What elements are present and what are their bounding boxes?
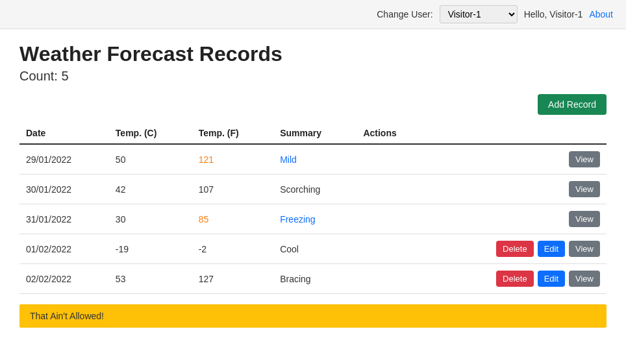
cell-temp-c: -19 <box>109 234 192 264</box>
cell-actions-spacer <box>357 264 427 294</box>
change-user-label: Change User: <box>377 9 432 19</box>
action-row: Add Record <box>19 94 607 115</box>
col-summary: Summary <box>273 123 357 144</box>
cell-date: 31/01/2022 <box>19 204 109 234</box>
cell-summary: Bracing <box>273 264 357 294</box>
cell-temp-f: -2 <box>192 234 273 264</box>
user-select[interactable]: Visitor-1 Admin User-2 <box>440 5 518 23</box>
edit-button[interactable]: Edit <box>538 271 565 287</box>
warning-banner: That Ain't Allowed! <box>19 304 607 328</box>
delete-button[interactable]: Delete <box>496 271 534 287</box>
col-actions: Actions <box>357 123 427 144</box>
top-bar: Change User: Visitor-1 Admin User-2 Hell… <box>0 0 626 29</box>
cell-summary: Freezing <box>273 204 357 234</box>
cell-date: 01/02/2022 <box>19 234 109 264</box>
actions-cell: View <box>434 181 600 197</box>
col-date: Date <box>19 123 109 144</box>
cell-actions-spacer <box>357 204 427 234</box>
view-button[interactable]: View <box>569 211 600 227</box>
about-link[interactable]: About <box>589 9 613 19</box>
cell-summary: Mild <box>273 144 357 175</box>
records-table: Date Temp. (C) Temp. (F) Summary Actions… <box>19 123 607 294</box>
cell-summary: Cool <box>273 234 357 264</box>
cell-temp-f: 121 <box>192 144 273 175</box>
col-temp-f: Temp. (F) <box>192 123 273 144</box>
cell-date: 29/01/2022 <box>19 144 109 175</box>
view-button[interactable]: View <box>569 271 600 287</box>
table-row: 02/02/202253127BracingDeleteEditView <box>19 264 607 294</box>
add-record-button[interactable]: Add Record <box>538 94 607 115</box>
table-header-row: Date Temp. (C) Temp. (F) Summary Actions <box>19 123 607 144</box>
cell-action-buttons: View <box>428 204 607 234</box>
page-title: Weather Forecast Records <box>19 42 607 66</box>
cell-action-buttons: View <box>428 175 607 204</box>
cell-date: 02/02/2022 <box>19 264 109 294</box>
table-row: 31/01/20223085FreezingView <box>19 204 607 234</box>
actions-cell: View <box>434 211 600 227</box>
table-row: 29/01/202250121MildView <box>19 144 607 175</box>
cell-date: 30/01/2022 <box>19 175 109 204</box>
record-count: Count: 5 <box>19 69 607 84</box>
cell-action-buttons: DeleteEditView <box>428 234 607 264</box>
cell-actions-spacer <box>357 144 427 175</box>
edit-button[interactable]: Edit <box>538 241 565 257</box>
view-button[interactable]: View <box>569 241 600 257</box>
view-button[interactable]: View <box>569 151 600 167</box>
cell-temp-c: 30 <box>109 204 192 234</box>
table-row: 01/02/2022-19-2CoolDeleteEditView <box>19 234 607 264</box>
cell-temp-c: 50 <box>109 144 192 175</box>
main-content: Weather Forecast Records Count: 5 Add Re… <box>0 29 626 341</box>
cell-temp-c: 53 <box>109 264 192 294</box>
cell-actions-spacer <box>357 234 427 264</box>
delete-button[interactable]: Delete <box>496 241 534 257</box>
col-actions-extra <box>428 123 607 144</box>
col-temp-c: Temp. (C) <box>109 123 192 144</box>
actions-cell: View <box>434 151 600 167</box>
cell-action-buttons: DeleteEditView <box>428 264 607 294</box>
cell-action-buttons: View <box>428 144 607 175</box>
view-button[interactable]: View <box>569 181 600 197</box>
hello-text: Hello, Visitor-1 <box>524 9 583 19</box>
cell-temp-f: 85 <box>192 204 273 234</box>
cell-temp-f: 107 <box>192 175 273 204</box>
table-row: 30/01/202242107ScorchingView <box>19 175 607 204</box>
cell-temp-f: 127 <box>192 264 273 294</box>
cell-temp-c: 42 <box>109 175 192 204</box>
actions-cell: DeleteEditView <box>434 241 600 257</box>
cell-summary: Scorching <box>273 175 357 204</box>
cell-actions-spacer <box>357 175 427 204</box>
actions-cell: DeleteEditView <box>434 271 600 287</box>
